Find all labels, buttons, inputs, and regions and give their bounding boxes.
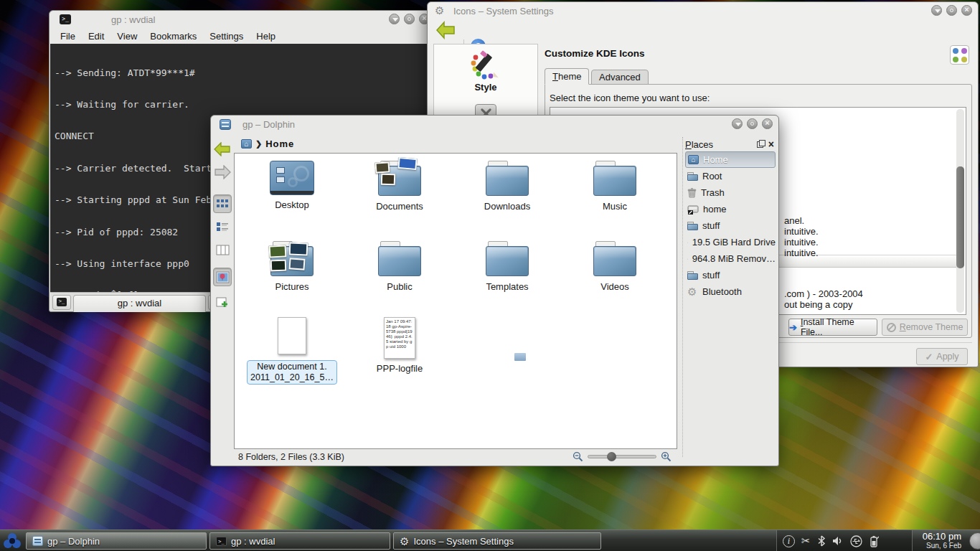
new-tab-button[interactable]: >_ bbox=[52, 295, 71, 310]
menu-help[interactable]: Help bbox=[250, 31, 282, 42]
close-button[interactable]: × bbox=[961, 5, 972, 16]
zoom-in-icon[interactable] bbox=[661, 451, 672, 462]
forward-button[interactable] bbox=[213, 163, 232, 182]
clock[interactable]: 06:10 pm Sun, 6 Feb bbox=[913, 531, 961, 550]
clock-time: 06:10 pm bbox=[913, 531, 961, 542]
usb-device-icon[interactable] bbox=[850, 535, 862, 547]
place-item-stuff-2[interactable]: stuff bbox=[685, 267, 776, 283]
volume-icon[interactable] bbox=[832, 536, 844, 546]
folder-item[interactable]: Public bbox=[349, 241, 450, 292]
split-view-button[interactable] bbox=[213, 293, 232, 312]
minimize-button[interactable] bbox=[931, 5, 942, 16]
theme-about-fragment: out being a copy bbox=[784, 299, 852, 310]
zoom-slider[interactable] bbox=[588, 455, 656, 458]
install-theme-button[interactable]: ➔ Install Theme File... bbox=[788, 319, 877, 336]
gear-icon: ⚙ bbox=[435, 4, 444, 17]
folder-item[interactable]: Music bbox=[565, 161, 665, 212]
back-button[interactable] bbox=[213, 140, 232, 159]
desktop-folder-icon bbox=[270, 161, 314, 195]
maximize-button[interactable] bbox=[747, 118, 758, 129]
maximize-button[interactable] bbox=[404, 14, 415, 24]
sidebar-item-style[interactable]: Style bbox=[434, 44, 537, 123]
konsole-title: gp : wvdial bbox=[111, 14, 155, 25]
task-dolphin[interactable]: gp – Dolphin bbox=[26, 532, 207, 550]
forward-arrow-icon bbox=[214, 165, 231, 179]
logfile-preview-icon: Jan 17 09:47:18 gp-Aspire-5738 pppd[1946… bbox=[384, 317, 415, 359]
remove-theme-button[interactable]: Remove Theme bbox=[882, 319, 968, 336]
select-theme-label: Select the icon theme you want to use: bbox=[550, 93, 710, 103]
info-icon[interactable]: i bbox=[783, 535, 795, 547]
style-pencil-icon bbox=[469, 50, 502, 80]
tab-theme[interactable]: Theme bbox=[545, 68, 589, 85]
menu-file[interactable]: File bbox=[54, 31, 82, 42]
folder-item[interactable]: Desktop bbox=[242, 161, 342, 210]
place-item-bluetooth[interactable]: ⚙ Bluetooth bbox=[685, 283, 776, 300]
task-konsole[interactable]: >_ gp : wvdial bbox=[209, 532, 390, 550]
zoom-out-icon[interactable] bbox=[573, 451, 583, 462]
battery-icon[interactable] bbox=[869, 535, 879, 547]
system-settings-title: Icons – System Settings bbox=[453, 6, 553, 17]
menu-edit[interactable]: Edit bbox=[82, 31, 110, 42]
undock-icon[interactable] bbox=[757, 141, 763, 148]
icon-view-button[interactable] bbox=[213, 194, 232, 213]
menu-view[interactable]: View bbox=[110, 31, 143, 42]
konsole-tab-active[interactable]: gp : wvdial bbox=[73, 295, 206, 312]
dolphin-titlebar[interactable]: gp – Dolphin × bbox=[211, 116, 778, 133]
task-system-settings[interactable]: ⚙ Icons – System Settings bbox=[393, 532, 601, 550]
dolphin-folder-view[interactable]: Desktop Documents Downloads Music bbox=[234, 153, 677, 449]
folder-item[interactable]: Videos bbox=[565, 241, 665, 292]
app-launcher-button[interactable] bbox=[1, 531, 24, 551]
places-title: Places bbox=[685, 139, 713, 150]
menu-settings[interactable]: Settings bbox=[203, 31, 250, 42]
place-item-root[interactable]: Root bbox=[685, 168, 776, 184]
place-item-removable[interactable]: 964.8 MiB Remov… bbox=[685, 250, 776, 267]
place-item-home-drive[interactable]: home bbox=[685, 201, 776, 217]
folder-item[interactable]: Templates bbox=[457, 241, 557, 292]
konsole-menubar: File Edit View Bookmarks Settings Help bbox=[54, 28, 282, 44]
theme-list-fragment: intuitive. bbox=[784, 248, 819, 258]
minimize-button[interactable] bbox=[389, 14, 400, 24]
file-item-selected[interactable]: New document 1.2011_01_20_16_5… bbox=[242, 317, 342, 385]
place-item-hard-drive[interactable]: 19.5 GiB Hard Drive bbox=[685, 234, 776, 250]
maximize-button[interactable] bbox=[946, 5, 957, 16]
terminal-icon: >_ bbox=[60, 14, 71, 24]
tab-advanced[interactable]: Advanced bbox=[591, 70, 649, 85]
folder-item[interactable]: Downloads bbox=[457, 161, 557, 212]
back-button[interactable] bbox=[435, 21, 456, 39]
home-folder-icon[interactable]: ⌂ bbox=[241, 139, 252, 149]
folder-item[interactable]: Pictures bbox=[242, 241, 342, 292]
file-item[interactable]: Jan 17 09:47:18 gp-Aspire-5738 pppd[1946… bbox=[349, 317, 450, 374]
folder-icon bbox=[687, 172, 698, 181]
minimize-button[interactable] bbox=[732, 118, 743, 129]
breadcrumb-home[interactable]: Home bbox=[265, 138, 294, 149]
details-view-button[interactable] bbox=[213, 217, 232, 236]
theme-list-fragment: anel. bbox=[784, 215, 804, 226]
folder-item[interactable]: Documents bbox=[349, 161, 450, 212]
scrollbar-thumb[interactable] bbox=[956, 166, 964, 268]
documents-folder-icon bbox=[378, 161, 421, 197]
preview-toggle-button[interactable] bbox=[213, 268, 232, 286]
place-item-stuff[interactable]: stuff bbox=[685, 217, 776, 234]
dolphin-title: gp – Dolphin bbox=[242, 119, 295, 130]
launcher-emblem-icon bbox=[1, 531, 23, 551]
dolphin-icon bbox=[220, 119, 231, 130]
apply-button[interactable]: ✓ Apply bbox=[916, 348, 968, 365]
bluetooth-icon[interactable] bbox=[817, 535, 826, 547]
folder-icon bbox=[593, 161, 636, 197]
system-settings-titlebar[interactable]: ⚙ Icons – System Settings × bbox=[428, 2, 978, 19]
close-button[interactable]: × bbox=[762, 118, 773, 129]
panel-cashew-icon[interactable] bbox=[969, 532, 980, 550]
back-arrow-icon bbox=[435, 21, 456, 39]
drag-ghost-artifact bbox=[514, 353, 526, 361]
klipper-scissors-icon[interactable]: ✂ bbox=[801, 534, 811, 547]
columns-view-button[interactable] bbox=[213, 240, 232, 259]
dolphin-toolbar bbox=[211, 134, 234, 466]
place-item-trash[interactable]: Trash bbox=[685, 184, 776, 201]
close-icon[interactable]: × bbox=[768, 140, 774, 149]
konsole-titlebar[interactable]: >_ gp : wvdial × bbox=[50, 11, 435, 28]
place-item-home[interactable]: ⌂ Home bbox=[685, 151, 776, 168]
preview-icon bbox=[216, 271, 230, 283]
zoom-slider-knob[interactable] bbox=[607, 452, 616, 461]
terminal-line: --> Sending: ATDT*99***1# bbox=[55, 68, 430, 79]
menu-bookmarks[interactable]: Bookmarks bbox=[143, 31, 203, 42]
